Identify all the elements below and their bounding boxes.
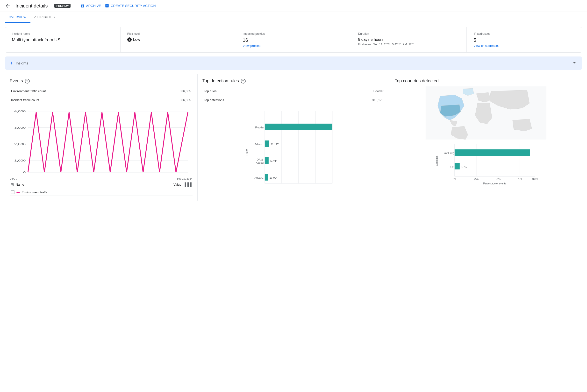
incident-name-label: Incident name [12, 32, 114, 36]
svg-text:14,211: 14,211 [269, 160, 277, 163]
svg-text:Percentage of events: Percentage of events [483, 182, 506, 185]
impacted-proxies-value: 16 [243, 38, 345, 43]
svg-text:4,000: 4,000 [14, 110, 26, 113]
duration-value: 9 days 5 hours [358, 38, 460, 42]
chart-x-end: Sep 19, 2024 [177, 177, 192, 180]
insights-chevron-icon [571, 60, 577, 66]
incident-name-cell: Incident name Multi type attack from US [5, 27, 121, 52]
legend-name-header: Name [16, 183, 24, 186]
insights-bar[interactable]: ✦ Insights [5, 56, 582, 70]
ip-addresses-label: IP addresses [473, 32, 575, 36]
world-map [395, 86, 577, 140]
chart-footer: UTC-7 Sep 19, 2024 [10, 177, 192, 180]
table-row: Top detections 315,178 [203, 96, 385, 104]
svg-text:Countries: Countries [436, 156, 438, 166]
create-security-action-button[interactable]: CREATE SECURITY ACTION [105, 4, 156, 8]
top-detection-rules-panel: Top detection rules ? Top rules Flooder … [197, 74, 390, 200]
svg-text:21,127: 21,127 [270, 143, 278, 146]
legend-checkbox[interactable] [11, 190, 15, 194]
svg-text:6.3%: 6.3% [461, 166, 467, 168]
svg-text:US: US [451, 166, 454, 168]
svg-text:3,000: 3,000 [14, 126, 26, 129]
table-row: Top rules Flooder [203, 87, 385, 95]
svg-rect-20 [264, 140, 269, 147]
insights-label: Insights [16, 61, 28, 65]
risk-level-cell: Risk level i Low [121, 27, 236, 52]
svg-text:75%: 75% [517, 178, 522, 180]
svg-text:93.7%: 93.7% [531, 152, 539, 154]
chart-x-start: UTC-7 [10, 177, 18, 180]
tab-attributes[interactable]: ATTRIBUTES [31, 12, 59, 23]
tab-overview[interactable]: OVERVIEW [5, 12, 31, 23]
svg-text:100%: 100% [532, 178, 538, 180]
duration-label: Duration [358, 32, 460, 36]
incident-info-card: Incident name Multi type attack from US … [5, 27, 582, 52]
main-content-grid: Events ? Environment traffic count 336,3… [0, 74, 587, 200]
archive-button[interactable]: ARCHIVE [80, 4, 101, 8]
impacted-proxies-label: Impacted proxies [243, 32, 345, 36]
top-rules-value: Flooder [317, 87, 385, 95]
top-detections-label: Top detections [203, 96, 316, 104]
svg-rect-38 [455, 150, 530, 156]
first-event-text: First event: Sep 11, 2024, 5:42:51 PM UT… [358, 43, 460, 46]
env-traffic-label: Environment traffic count [10, 87, 143, 95]
env-traffic-value: 336,305 [144, 87, 192, 95]
svg-rect-27 [264, 174, 268, 180]
sparkle-icon: ✦ [10, 60, 13, 66]
preview-badge: PREVIEW [54, 4, 71, 8]
svg-rect-41 [455, 163, 460, 170]
risk-icon: i [127, 38, 132, 42]
svg-text:50%: 50% [496, 178, 500, 180]
incident-traffic-label: Incident traffic count [10, 96, 143, 104]
detection-rules-bar-chart: Rules Flooder 315,178 Advan... 21,127 OA… [202, 108, 385, 191]
table-row: Incident traffic count 336,305 [10, 96, 192, 104]
detection-rules-title: Top detection rules ? [202, 78, 385, 84]
svg-text:Flooder: Flooder [255, 126, 264, 129]
top-rules-label: Top rules [203, 87, 316, 95]
svg-text:Advan...: Advan... [254, 176, 264, 179]
top-countries-title: Top countries detected [395, 78, 577, 84]
view-ip-addresses-link[interactable]: View IP addresses [473, 44, 575, 48]
svg-text:1,000: 1,000 [14, 159, 26, 162]
ip-addresses-value: 5 [473, 38, 575, 43]
top-countries-panel: Top countries detected [390, 74, 582, 200]
events-title: Events ? [10, 78, 192, 84]
header-actions: ARCHIVE CREATE SECURITY ACTION [80, 4, 156, 8]
view-proxies-link[interactable]: View proxies [243, 44, 345, 48]
legend-value-header: Value [173, 183, 181, 186]
svg-text:315,178: 315,178 [334, 126, 344, 129]
svg-text:Advan...: Advan... [254, 143, 264, 146]
risk-level-value: i Low [127, 38, 229, 42]
svg-text:Abuser: Abuser [256, 161, 264, 164]
svg-text:(not set): (not set) [444, 152, 454, 154]
table-row: Environment traffic count 336,305 [10, 87, 192, 95]
svg-text:2,000: 2,000 [14, 143, 26, 146]
events-line-chart: 4,000 3,000 2,000 1,000 0 [10, 108, 192, 176]
detection-rules-help-icon[interactable]: ? [241, 79, 246, 84]
create-security-action-label: CREATE SECURITY ACTION [111, 4, 156, 8]
svg-text:OAuth: OAuth [256, 158, 264, 161]
archive-label: ARCHIVE [86, 4, 101, 8]
svg-text:0: 0 [23, 171, 26, 174]
top-detections-value: 315,178 [317, 96, 385, 104]
page-header: Incident details PREVIEW ARCHIVE CREATE … [0, 0, 587, 12]
svg-text:Rules: Rules [245, 148, 248, 156]
impacted-proxies-cell: Impacted proxies 16 View proxies [236, 27, 352, 52]
events-panel: Events ? Environment traffic count 336,3… [5, 74, 197, 200]
svg-rect-17 [264, 124, 332, 130]
svg-text:0%: 0% [453, 178, 457, 180]
duration-cell: Duration 9 days 5 hours First event: Sep… [351, 27, 467, 52]
legend-row-env-traffic: Environment traffic [10, 189, 192, 196]
legend-header: ⊞ Name Value ▐▐▐ [10, 180, 192, 189]
legend-item-label: Environment traffic [22, 190, 48, 194]
risk-level-label: Risk level [127, 32, 229, 36]
events-table: Environment traffic count 336,305 Incide… [10, 86, 192, 105]
svg-text:25%: 25% [474, 178, 479, 180]
tab-bar: OVERVIEW ATTRIBUTES [0, 12, 587, 23]
svg-rect-24 [264, 158, 268, 164]
svg-text:13,924: 13,924 [269, 176, 277, 179]
back-button[interactable] [5, 3, 11, 9]
country-bar-chart: Countries (not set) 93.7% US 6.3% 0% 25%… [395, 142, 577, 186]
events-help-icon[interactable]: ? [25, 79, 30, 84]
page-title: Incident details [16, 3, 48, 9]
